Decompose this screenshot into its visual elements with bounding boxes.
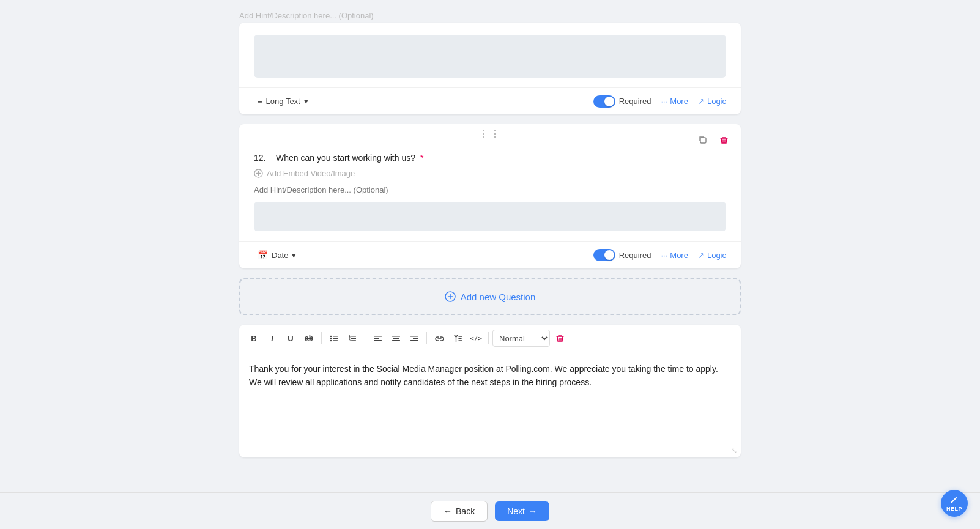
- card-12-footer-left: 📅 Date ▾: [254, 248, 300, 262]
- card-11-footer-left: ≡ Long Text ▾: [254, 94, 312, 108]
- align-right-button[interactable]: [406, 330, 423, 347]
- help-button[interactable]: HELP: [941, 490, 968, 517]
- card-12-title: When can you start working with us? *: [276, 153, 423, 163]
- bold-button[interactable]: B: [245, 330, 262, 347]
- card-12-more-button[interactable]: ··· More: [661, 251, 688, 260]
- card-12-more-dots: ···: [661, 251, 667, 260]
- page-wrapper: Add Hint/Description here... (Optional) …: [0, 0, 980, 529]
- back-label: Back: [456, 506, 475, 516]
- long-text-type-label: Long Text: [266, 97, 300, 106]
- card-12-required-toggle-wrapper: Required: [593, 249, 651, 261]
- line-height-button[interactable]: [449, 330, 466, 347]
- card-12-required-star: *: [420, 153, 423, 163]
- svg-point-3: [330, 335, 331, 336]
- card-11-toggle-knob: [604, 97, 614, 106]
- align-left-button[interactable]: [369, 330, 386, 347]
- align-center-button[interactable]: [387, 330, 404, 347]
- svg-rect-6: [333, 338, 338, 339]
- date-type-chevron: ▾: [292, 251, 296, 260]
- strikethrough-button[interactable]: ab: [300, 330, 317, 347]
- heading-select[interactable]: Normal Heading 1 Heading 2 Heading 3: [492, 330, 550, 347]
- underline-button[interactable]: U: [282, 330, 299, 347]
- editor-delete-button[interactable]: [551, 330, 568, 347]
- question-card-12: ⋮⋮ 12.: [239, 124, 741, 268]
- editor-content-area[interactable]: Thank you for your interest in the Socia…: [239, 352, 741, 444]
- date-type-selector[interactable]: 📅 Date ▾: [254, 248, 300, 262]
- svg-rect-22: [413, 338, 418, 339]
- long-text-type-selector[interactable]: ≡ Long Text ▾: [254, 94, 312, 108]
- question-card-11-inner: [239, 23, 741, 78]
- card-12-date-answer-area: [254, 202, 726, 231]
- long-text-answer-area: [254, 35, 726, 78]
- card-12-actions: [694, 131, 732, 149]
- toolbar-sep-2: [365, 332, 365, 344]
- svg-rect-14: [351, 340, 356, 341]
- svg-rect-0: [700, 138, 706, 143]
- card-12-toggle-knob: [604, 250, 614, 260]
- card-11-more-button[interactable]: ··· More: [661, 97, 688, 106]
- next-label: Next: [507, 506, 525, 516]
- card-11-logic-button[interactable]: ↗ Logic: [698, 97, 726, 106]
- toolbar-sep-3: [426, 332, 427, 344]
- bottom-nav: ← Back Next →: [0, 492, 980, 529]
- svg-rect-4: [333, 336, 338, 337]
- help-label: HELP: [946, 506, 962, 512]
- card-12-duplicate-button[interactable]: [694, 131, 711, 149]
- svg-rect-10: [351, 336, 356, 337]
- editor-resize-handle[interactable]: ⤡: [239, 444, 741, 457]
- content-area: Add Hint/Description here... (Optional) …: [239, 0, 741, 470]
- svg-rect-20: [392, 340, 400, 341]
- card-12-footer-right: Required ··· More ↗ Logic: [593, 249, 726, 261]
- card-12-delete-button[interactable]: [715, 131, 732, 149]
- card-12-drag-handle[interactable]: ⋮⋮: [239, 124, 741, 141]
- italic-button[interactable]: I: [264, 330, 281, 347]
- editor-text: Thank you for your interest in the Socia…: [249, 364, 718, 387]
- editor-card: B I U ab: [239, 325, 741, 457]
- back-button[interactable]: ← Back: [431, 501, 488, 522]
- svg-rect-21: [410, 336, 418, 337]
- editor-toolbar: B I U ab: [239, 325, 741, 352]
- card-11-logic-icon: ↗: [698, 97, 705, 106]
- code-button[interactable]: </>: [467, 330, 484, 347]
- svg-point-7: [330, 339, 331, 341]
- add-question-card[interactable]: Add new Question: [239, 278, 741, 315]
- help-pencil-icon: [949, 495, 959, 505]
- card-12-number: 12.: [254, 153, 272, 163]
- card-11-footer: ≡ Long Text ▾ Required ··· More: [239, 87, 741, 114]
- add-question-button[interactable]: Add new Question: [445, 291, 536, 302]
- question-card-12-inner: 12. When can you start working with us? …: [239, 141, 741, 231]
- top-hint-text: Add Hint/Description here... (Optional): [239, 11, 374, 20]
- card-12-logic-button[interactable]: ↗ Logic: [698, 251, 726, 260]
- svg-rect-17: [374, 340, 382, 341]
- unordered-list-button[interactable]: [325, 330, 343, 347]
- card-11-required-label: Required: [619, 97, 651, 106]
- card-12-footer: 📅 Date ▾ Required ··· More: [239, 241, 741, 268]
- svg-rect-19: [393, 338, 399, 339]
- ordered-list-button[interactable]: 1. 2. 3.: [344, 330, 361, 347]
- resize-icon: ⤡: [731, 446, 737, 455]
- toolbar-sep-4: [488, 332, 489, 344]
- card-12-header: 12. When can you start working with us? …: [254, 153, 726, 163]
- svg-rect-16: [374, 338, 379, 339]
- svg-rect-12: [351, 338, 356, 339]
- card-11-required-toggle[interactable]: [593, 95, 615, 108]
- link-button[interactable]: [431, 330, 448, 347]
- card-12-required-toggle[interactable]: [593, 249, 615, 261]
- card-12-logic-icon: ↗: [698, 251, 705, 260]
- svg-rect-23: [410, 340, 418, 341]
- top-hint-input: Add Hint/Description here... (Optional): [239, 6, 741, 23]
- next-button[interactable]: Next →: [495, 501, 549, 521]
- toolbar-sep-1: [321, 332, 322, 344]
- svg-rect-15: [374, 336, 382, 337]
- long-text-type-icon: ≡: [258, 97, 262, 106]
- card-11-more-dots: ···: [661, 97, 667, 106]
- long-text-type-chevron: ▾: [304, 97, 308, 106]
- svg-point-5: [330, 338, 331, 339]
- card-12-add-embed[interactable]: Add Embed Video/Image: [254, 169, 726, 178]
- back-arrow-icon: ←: [444, 506, 452, 516]
- card-12-required-label: Required: [619, 251, 651, 260]
- card-11-footer-right: Required ··· More ↗ Logic: [593, 95, 726, 108]
- date-type-label: Date: [272, 251, 288, 260]
- card-11-required-toggle-wrapper: Required: [593, 95, 651, 108]
- card-12-hint-input[interactable]: [254, 184, 726, 196]
